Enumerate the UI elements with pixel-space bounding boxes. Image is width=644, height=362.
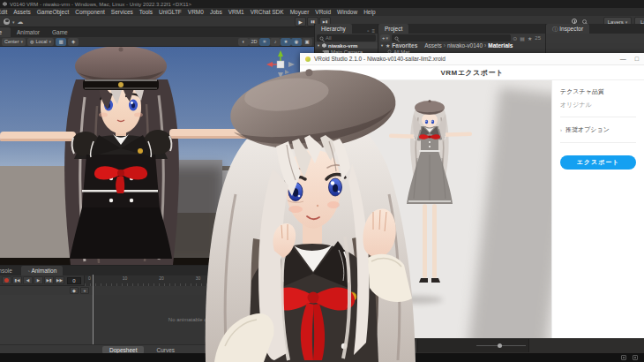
go-to-start-button[interactable]: ▮◀: [12, 276, 22, 284]
go-to-end-button[interactable]: ▶▶: [55, 276, 64, 284]
tpose-legs: [419, 204, 440, 283]
curves-button[interactable]: Curves: [156, 347, 175, 353]
icon-size-slider-knob[interactable]: [498, 343, 502, 348]
lighting-toggle[interactable]: ☀: [259, 38, 270, 46]
panel-menu-icon[interactable]: ≡: [371, 28, 375, 34]
hidden-objects-toggle[interactable]: ◉: [291, 38, 302, 46]
menu-item[interactable]: VRM1: [228, 9, 244, 15]
previous-key-button[interactable]: ◀: [23, 276, 33, 284]
inspector-label: Inspector: [559, 26, 583, 32]
grid-toggle[interactable]: ▦: [56, 38, 66, 46]
animation-tab-label: Animation: [31, 268, 56, 274]
pivot-label: Center: [4, 39, 19, 44]
play-icon: ▶: [298, 19, 302, 25]
audio-toggle[interactable]: ♪: [270, 38, 281, 46]
menu-item[interactable]: VRM0: [188, 9, 204, 15]
breadcrumb-segment[interactable]: Assets: [424, 42, 442, 49]
project-breadcrumb-row: ▼ ★ Favorites Assetsniwako-v0140Material…: [378, 42, 545, 49]
menu-item[interactable]: VRChat SDK: [251, 9, 284, 15]
hierarchy-tab-bar: Hierarchy ▫≡: [315, 24, 378, 34]
scene-char-cap: [75, 47, 167, 90]
project-tab-bar: Project: [378, 24, 545, 34]
hierarchy-search-placeholder: All: [326, 35, 332, 41]
gizmo-y-axis: [278, 50, 283, 57]
menu-item[interactable]: Jobs: [210, 9, 222, 15]
recommended-options-label: 推奨オプション: [565, 125, 610, 134]
frame-number-field[interactable]: 0: [67, 277, 81, 284]
search-by-type-icon[interactable]: ⊙: [513, 35, 517, 41]
scene-view-options: ◐ 2D ☀ ♪ ★ ◉ ▣: [238, 38, 312, 46]
foreground-character-render: [200, 62, 421, 362]
menu-item[interactable]: Help: [363, 9, 375, 15]
menu-item[interactable]: GameObject: [37, 9, 70, 15]
menu-item[interactable]: Services: [111, 9, 133, 15]
unity-menu-bar: EditAssetsGameObjectComponentServicesToo…: [0, 8, 644, 16]
project-search-field[interactable]: [392, 34, 511, 41]
menu-item[interactable]: VRoid: [315, 9, 331, 15]
minimize-button[interactable]: —: [620, 56, 626, 62]
tab-scene[interactable]: Scene: [0, 27, 11, 37]
foldout-arrow-icon[interactable]: ▼: [317, 43, 320, 48]
menu-item[interactable]: Assets: [13, 9, 31, 15]
foldout-arrow-icon[interactable]: ▼: [380, 43, 384, 48]
favorites-label[interactable]: Favorites: [392, 42, 417, 49]
timeline-playhead[interactable]: [93, 275, 94, 344]
recommended-options-toggle[interactable]: › 推奨オプション: [560, 117, 636, 143]
add-event-button[interactable]: +: [80, 287, 89, 294]
vrm-export-title: VRMエクスポート: [440, 68, 503, 78]
menu-item[interactable]: Moyuer: [290, 9, 310, 15]
account-icon[interactable]: [4, 19, 10, 25]
breadcrumb-segment[interactable]: Materials: [483, 42, 513, 49]
tab-hierarchy[interactable]: Hierarchy: [315, 24, 352, 34]
favorites-star-icon[interactable]: ★: [528, 35, 532, 41]
export-button[interactable]: エクスポート: [560, 155, 636, 170]
vroid-window-title: VRoid Studio 2.1.0 - Niwako-v0140-sailar…: [314, 56, 608, 62]
menu-item[interactable]: Window: [337, 9, 357, 15]
tab-game[interactable]: Game: [46, 27, 74, 37]
console-message-icon[interactable]: [621, 355, 626, 360]
tab-project[interactable]: Project: [378, 24, 408, 34]
tab-inspector[interactable]: ⓘ Inspector: [546, 24, 589, 34]
2d-toggle[interactable]: 2D: [249, 38, 259, 46]
char-blush: [288, 206, 303, 213]
ruler-tick-label: 0: [88, 275, 91, 281]
menu-item[interactable]: Edit: [0, 9, 7, 15]
breadcrumb[interactable]: Assetsniwako-v0140Materials: [424, 42, 513, 49]
hierarchy-scene-row[interactable]: ▼ niwako-vrm: [315, 42, 378, 49]
effects-dropdown[interactable]: ★: [281, 38, 291, 46]
lock-icon[interactable]: ▫: [367, 28, 369, 34]
breadcrumb-segment[interactable]: niwako-v0140: [442, 42, 483, 49]
orientation-dropdown[interactable]: ◍ Local▾: [27, 38, 54, 46]
menu-item[interactable]: Tools: [139, 9, 153, 15]
menu-item[interactable]: Component: [75, 9, 105, 15]
snap-toggle[interactable]: ◈: [68, 38, 79, 46]
cloud-services-icon[interactable]: ☁: [18, 19, 24, 25]
activity-indicator-icon[interactable]: [633, 355, 638, 360]
record-icon: [4, 278, 9, 283]
create-asset-button[interactable]: +▾: [380, 34, 390, 41]
gizmos-dropdown[interactable]: ▣: [302, 38, 312, 46]
shading-mode-dropdown[interactable]: ◐: [238, 38, 249, 46]
animation-property-list[interactable]: [0, 295, 93, 344]
menu-item[interactable]: UniGLTF: [159, 9, 182, 15]
search-by-label-icon[interactable]: ▤: [520, 35, 525, 41]
scene-toolbar: Center▾ ◍ Local▾ ▦ ◈ ◐ 2D ☀ ♪ ★ ◉ ▣: [0, 37, 314, 47]
maximize-button[interactable]: □: [635, 56, 639, 62]
record-button[interactable]: [2, 276, 11, 284]
texture-quality-select[interactable]: オリジナル: [560, 101, 636, 117]
play-button[interactable]: ▶: [295, 17, 306, 26]
add-keyframe-button[interactable]: ◆: [70, 287, 79, 294]
next-key-button[interactable]: ▶▮: [44, 276, 54, 284]
search-icon[interactable]: [582, 19, 587, 24]
unity-title-bar: V0140 VRM - niwako-vrm - Windows, Mac, L…: [0, 0, 644, 8]
hidden-count-badge: 25: [535, 35, 541, 41]
hierarchy-search-field[interactable]: All: [317, 34, 376, 41]
play-animation-button[interactable]: ▶: [34, 276, 43, 284]
account-dropdown-arrow[interactable]: ▾: [12, 19, 15, 25]
tab-animator[interactable]: Animator: [11, 27, 46, 37]
unity-window-title: V0140 VRM - niwako-vrm - Windows, Mac, L…: [10, 2, 191, 7]
project-toolbar: +▾ ⊙ ▤ ★ 25: [378, 34, 545, 42]
tab-animation[interactable]: ◔ Animation: [21, 266, 63, 275]
pivot-dropdown[interactable]: Center▾: [2, 38, 26, 46]
tab-console[interactable]: Console: [0, 266, 21, 275]
